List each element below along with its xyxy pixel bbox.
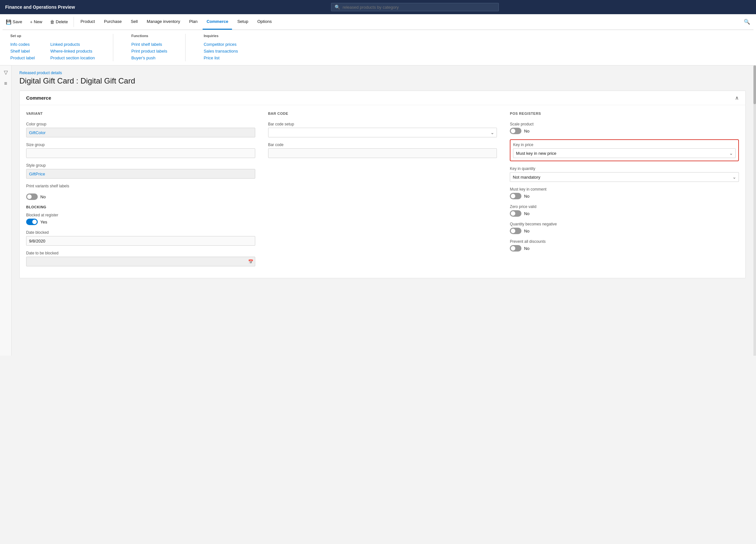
dropdown-item-info-codes[interactable]: Info codes [10,41,35,48]
dropdown-item-print-shelf-labels[interactable]: Print shelf labels [131,41,167,48]
breadcrumb[interactable]: Released product details [19,71,746,75]
left-sidebar: ▽ ≡ [0,66,12,356]
date-to-be-blocked-input[interactable] [26,257,255,267]
ribbon-search-button[interactable]: 🔍 [741,17,753,27]
right-scrollbar[interactable] [753,66,756,356]
tab-options[interactable]: Options [253,14,276,30]
tab-sell[interactable]: Sell [127,14,142,30]
barcode-header: BAR CODE [268,112,497,117]
must-key-in-comment-toggle-control[interactable] [510,193,521,199]
dropdown-item-linked-products[interactable]: Linked products [50,41,95,48]
dropdown-item-product-section-location[interactable]: Product section location [50,55,95,61]
dropdown-item-sales-transactions[interactable]: Sales transactions [204,48,238,55]
dropdown-item-shelf-label[interactable]: Shelf label [10,48,35,55]
inquiries-header: Inquiries [204,34,238,38]
style-group-input[interactable] [26,169,255,179]
barcode-label: Bar code [268,143,497,147]
plus-icon: + [30,19,33,25]
date-blocked-label: Date blocked [26,230,255,235]
dropdown-item-where-linked-products[interactable]: Where-linked products [50,48,95,55]
key-in-price-select[interactable]: Must key in new price Not mandatory Not … [513,148,736,158]
collapse-icon[interactable]: ∧ [735,95,739,101]
dropdown-item-competitor-prices[interactable]: Competitor prices [204,41,238,48]
tab-commerce[interactable]: Commerce [203,14,232,30]
must-key-in-comment-value: No [524,194,529,199]
quantity-becomes-negative-toggle-control[interactable] [510,228,521,234]
dropdown-setup-section-2: Linked products Where-linked products Pr… [50,34,95,61]
print-variants-toggle-row: Print variants shelf labels [26,184,255,188]
style-group-label: Style group [26,163,255,168]
blocked-at-register-toggle-control[interactable] [26,219,38,225]
scale-product-toggle: No [510,128,739,134]
quantity-becomes-negative-label: Quantity becomes negative [510,222,739,227]
ribbon: 💾 Save + New 🗑 Delete Product Purchase S… [0,14,756,66]
barcode-input[interactable] [268,148,497,158]
date-blocked-field: Date blocked [26,230,255,246]
date-to-be-blocked-field: Date to be blocked 📅 [26,251,255,267]
new-button[interactable]: + New [27,17,45,26]
prevent-all-discounts-toggle: No [510,245,739,252]
dropdown-divider-1 [113,34,113,61]
tab-product[interactable]: Product [76,14,99,30]
pos-registers-column: POS REGISTERS Scale product No Key in pr… [510,112,739,272]
dropdown-item-price-list[interactable]: Price list [204,55,238,61]
dropdown-setup-section: Set up Info codes Shelf label Product la… [10,34,35,61]
columns-layout: VARIANT Color group Size group Style gro… [26,112,739,272]
dropdown-item-buyers-push[interactable]: Buyer's push [131,55,167,61]
dropdown-item-print-product-labels[interactable]: Print product labels [131,48,167,55]
page-title: Digital Gift Card : Digital Gift Card [19,76,746,86]
quantity-becomes-negative-toggle: No [510,228,739,234]
dropdown-item-product-label[interactable]: Product label [10,55,35,61]
barcode-setup-label: Bar code setup [268,122,497,126]
style-group-field: Style group [26,163,255,179]
print-variants-toggle: No [26,194,255,200]
functions-header: Functions [131,34,167,38]
scale-product-toggle-control[interactable] [510,128,521,134]
date-blocked-input[interactable] [26,236,255,246]
tab-setup[interactable]: Setup [233,14,252,30]
app-title: Finance and Operations Preview [5,5,75,10]
section-title: Commerce [26,95,51,101]
tab-plan[interactable]: Plan [185,14,201,30]
tab-purchase[interactable]: Purchase [100,14,126,30]
barcode-column: BAR CODE Bar code setup Bar code [268,112,497,272]
delete-button[interactable]: 🗑 Delete [47,17,71,26]
functions-list: Print shelf labels Print product labels … [131,41,167,61]
key-in-quantity-label: Key in quantity [510,166,739,171]
key-in-price-select-wrapper: Must key in new price Not mandatory Not … [513,148,736,158]
size-group-input[interactable] [26,148,255,158]
calendar-icon[interactable]: 📅 [248,259,253,264]
prevent-all-discounts-field: Prevent all discounts No [510,239,739,252]
prevent-all-discounts-label: Prevent all discounts [510,239,739,244]
variant-column: VARIANT Color group Size group Style gro… [26,112,255,272]
print-variants-value: No [40,195,46,199]
setup-header: Set up [10,34,35,38]
color-group-input[interactable] [26,128,255,137]
prevent-all-discounts-toggle-control[interactable] [510,245,521,252]
filter-icon[interactable]: ▽ [4,69,8,76]
key-in-quantity-select[interactable]: Not mandatory Mandatory [510,172,739,182]
setup-list-2: Linked products Where-linked products Pr… [50,41,95,61]
scrollbar-thumb[interactable] [753,66,756,104]
barcode-setup-select[interactable] [268,128,497,137]
section-body: VARIANT Color group Size group Style gro… [20,105,745,278]
barcode-field: Bar code [268,143,497,158]
search-bar[interactable]: 🔍 [331,3,499,11]
section-header[interactable]: Commerce ∧ [20,91,745,105]
key-in-quantity-select-wrapper: Not mandatory Mandatory [510,172,739,182]
key-in-price-field: Key in price Must key in new price Not m… [510,139,739,161]
tab-manage-inventory[interactable]: Manage inventory [143,14,184,30]
dropdown-functions-section: Functions Print shelf labels Print produ… [131,34,167,61]
menu-icon[interactable]: ≡ [4,81,7,86]
delete-icon: 🗑 [50,19,55,25]
save-button[interactable]: 💾 Save [3,17,25,26]
date-to-be-blocked-label: Date to be blocked [26,251,255,256]
print-variants-toggle-control[interactable] [26,194,38,200]
zero-price-valid-field: Zero price valid No [510,205,739,217]
search-input[interactable] [343,5,495,10]
size-group-label: Size group [26,143,255,147]
search-icon: 🔍 [335,5,340,10]
commerce-dropdown: Set up Info codes Shelf label Product la… [3,30,753,65]
zero-price-valid-toggle-control[interactable] [510,210,521,217]
prevent-all-discounts-value: No [524,246,529,251]
